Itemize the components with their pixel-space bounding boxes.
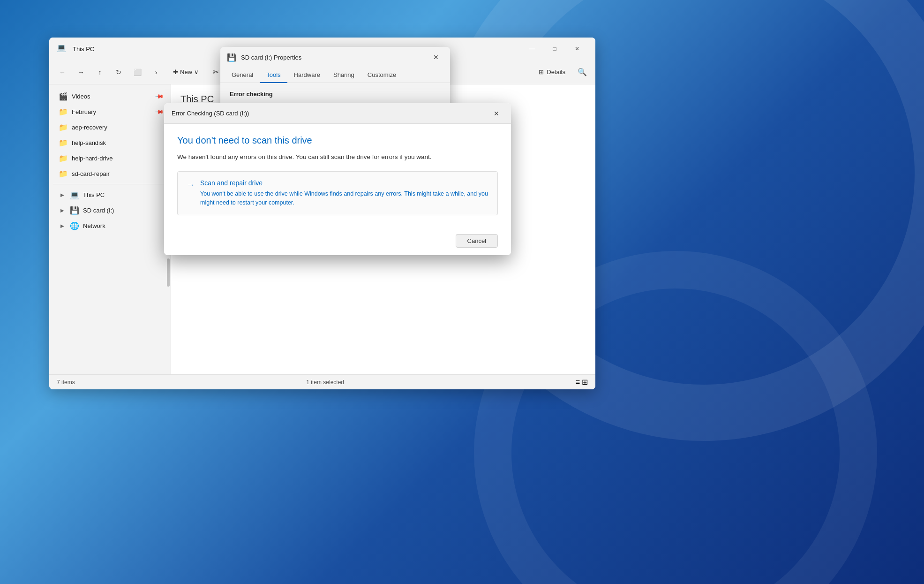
tab-sharing[interactable]: Sharing	[327, 68, 361, 83]
sidebar-scrollbar[interactable]	[167, 258, 170, 287]
sidebar-item-label: Videos	[72, 93, 90, 100]
forward-button[interactable]: →	[74, 65, 89, 80]
error-checking-heading: You don't need to scan this drive	[177, 135, 498, 146]
new-button[interactable]: ✚ New ∨	[167, 66, 204, 78]
videos-icon: 🎬	[59, 91, 68, 101]
sidebar-item-this-pc[interactable]: ▶ 💻 This PC	[51, 187, 169, 202]
help-sandisk-icon: 📁	[59, 138, 68, 147]
details-label: Details	[547, 68, 565, 76]
action-content: Scan and repair drive You won't be able …	[200, 179, 489, 207]
scan-repair-description: You won't be able to use the drive while…	[200, 190, 489, 207]
properties-titlebar: 💾 SD card (I:) Properties ✕	[220, 47, 450, 68]
items-count: 7 items	[57, 379, 75, 386]
tab-tools[interactable]: Tools	[260, 68, 287, 83]
help-hard-drive-icon: 📁	[59, 153, 68, 163]
minimize-button[interactable]: —	[521, 41, 543, 56]
properties-title-text: SD card (I:) Properties	[241, 54, 424, 61]
new-label: New	[180, 68, 192, 76]
properties-tabs: General Tools Hardware Sharing Customize	[220, 68, 450, 83]
error-checking-close-button[interactable]: ✕	[489, 106, 503, 121]
list-view-button[interactable]: ≡	[576, 378, 580, 387]
sidebar-item-label: SD card (I:)	[83, 207, 114, 214]
close-button[interactable]: ✕	[566, 41, 588, 56]
expand-icon: ▶	[59, 222, 66, 229]
sidebar-item-sd-card[interactable]: ▶ 💾 SD card (I:)	[51, 203, 169, 218]
selected-count: 1 item selected	[306, 379, 344, 386]
maximize-button[interactable]: □	[544, 41, 565, 56]
titlebar-controls: — □ ✕	[521, 41, 588, 56]
new-icon: ✚	[173, 68, 178, 76]
grid-view-button[interactable]: ⊞	[582, 378, 588, 387]
network-icon: 🌐	[70, 221, 79, 230]
new-arrow-icon: ∨	[194, 68, 199, 76]
error-checking-titlebar: Error Checking (SD card (I:)) ✕	[164, 103, 511, 124]
sidebar-item-label: This PC	[83, 191, 105, 198]
sidebar-divider	[53, 184, 167, 184]
this-pc-icon: 💻	[70, 190, 79, 199]
expand-icon: ▶	[59, 206, 66, 214]
tab-hardware[interactable]: Hardware	[287, 68, 327, 83]
status-bar: 7 items 1 item selected ≡ ⊞	[49, 374, 595, 389]
pin-icon: 📌	[155, 91, 165, 101]
scan-repair-action[interactable]: → Scan and repair drive You won't be abl…	[177, 171, 498, 215]
sidebar-item-february[interactable]: 📁 February 📌	[51, 104, 169, 119]
february-icon: 📁	[59, 107, 68, 116]
sidebar-item-sd-card-repair[interactable]: 📁 sd-card-repair	[51, 166, 169, 181]
desktop-button[interactable]: ⬜	[130, 65, 145, 80]
search-button[interactable]: 🔍	[575, 65, 590, 80]
sidebar-item-label: sd-card-repair	[72, 170, 110, 177]
pin-icon: 📌	[155, 107, 165, 117]
details-icon: ⊞	[539, 68, 544, 76]
sidebar-item-label: February	[72, 108, 96, 115]
tab-general[interactable]: General	[225, 68, 260, 83]
error-checking-dialog: Error Checking (SD card (I:)) ✕ You don'…	[164, 103, 511, 255]
sidebar-item-help-hard-drive[interactable]: 📁 help-hard-drive	[51, 151, 169, 166]
error-checking-description: We haven't found any errors on this driv…	[177, 152, 498, 162]
sidebar-item-label: Network	[83, 222, 105, 229]
properties-close-button[interactable]: ✕	[428, 50, 443, 65]
sidebar-item-aep-recovery[interactable]: 📁 aep-recovery	[51, 120, 169, 135]
error-checking-footer: Cancel	[164, 227, 511, 255]
action-arrow-icon: →	[186, 180, 195, 190]
explorer-window-icon: 💻	[57, 43, 68, 54]
up-button[interactable]: ↑	[92, 65, 107, 80]
sidebar-item-videos[interactable]: 🎬 Videos 📌	[51, 89, 169, 104]
sidebar-item-help-sandisk[interactable]: 📁 help-sandisk	[51, 135, 169, 150]
sidebar: 🎬 Videos 📌 📁 February 📌 📁 aep-recovery 📁…	[49, 84, 171, 374]
sidebar-item-label: aep-recovery	[72, 124, 107, 131]
back-button[interactable]: ←	[55, 65, 70, 80]
aep-recovery-icon: 📁	[59, 122, 68, 132]
error-checking-cancel-button[interactable]: Cancel	[456, 234, 498, 248]
expand-icon: ▶	[59, 191, 66, 198]
sidebar-item-label: help-sandisk	[72, 139, 106, 146]
tab-customize[interactable]: Customize	[361, 68, 403, 83]
sidebar-item-network[interactable]: ▶ 🌐 Network	[51, 218, 169, 233]
refresh-button[interactable]: ↻	[111, 65, 126, 80]
view-buttons: ≡ ⊞	[576, 378, 588, 387]
error-checking-section-title: Error checking	[230, 91, 441, 98]
error-checking-body: You don't need to scan this drive We hav…	[164, 124, 511, 227]
sd-card-icon: 💾	[70, 205, 79, 215]
scan-repair-title: Scan and repair drive	[200, 179, 489, 187]
properties-title-icon: 💾	[227, 53, 236, 62]
details-button[interactable]: ⊞ Details	[533, 66, 571, 78]
sidebar-item-label: help-hard-drive	[72, 155, 113, 162]
sd-card-repair-icon: 📁	[59, 169, 68, 178]
error-checking-title: Error Checking (SD card (I:))	[172, 110, 489, 117]
more-button[interactable]: ›	[149, 65, 164, 80]
